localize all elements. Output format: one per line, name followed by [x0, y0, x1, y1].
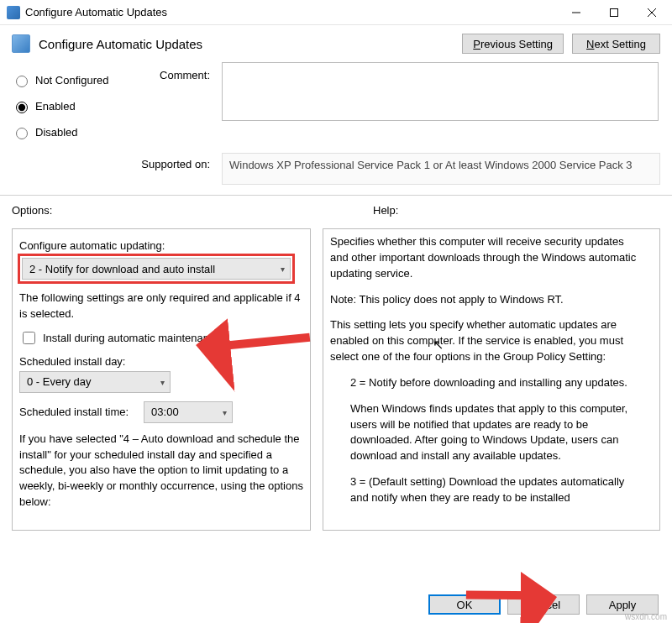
radio-not-configured[interactable]: Not Configured [12, 73, 129, 87]
help-pane: Specifies whether this computer will rec… [323, 228, 660, 531]
scheduled-time-select[interactable]: 03:00 ▾ [144, 401, 233, 423]
help-text: Specifies whether this computer will rec… [330, 234, 641, 282]
supported-on-text: Windows XP Professional Service Pack 1 o… [222, 153, 660, 185]
install-during-maintenance-checkbox[interactable] [23, 332, 35, 344]
comment-field[interactable] [222, 62, 659, 121]
divider [0, 195, 672, 196]
close-button[interactable] [633, 0, 670, 24]
scheduled-day-value: 0 - Every day [27, 375, 92, 388]
help-text: This setting lets you specify whether au… [330, 317, 641, 365]
options-note-2: If you have selected "4 – Auto download … [19, 432, 307, 510]
configure-updating-value: 2 - Notify for download and auto install [29, 263, 215, 275]
chevron-down-icon: ▾ [281, 264, 285, 274]
radio-enabled[interactable]: Enabled [12, 99, 129, 113]
previous-setting-button[interactable]: Previous Setting [462, 34, 564, 54]
next-setting-button[interactable]: Next Setting [572, 34, 660, 54]
chevron-down-icon: ▾ [160, 377, 165, 386]
help-text: 3 = (Default setting) Download the updat… [330, 474, 641, 506]
scheduled-day-label: Scheduled install day: [19, 355, 307, 368]
comment-label: Comment: [129, 59, 210, 81]
options-label: Options: [12, 204, 348, 217]
ok-button[interactable]: OK [428, 594, 501, 615]
minimize-button[interactable] [557, 0, 595, 24]
maximize-button[interactable] [595, 0, 633, 24]
options-note-1: The following settings are only required… [19, 291, 307, 322]
install-during-maintenance-label: Install during automatic maintenance [43, 332, 221, 344]
state-radio-group: Not Configured Enabled Disabled [12, 59, 129, 151]
page-title: Configure Automatic Updates [39, 37, 454, 51]
policy-icon [12, 34, 30, 53]
help-text: When Windows finds updates that apply to… [330, 401, 641, 464]
configure-updating-label: Configure automatic updating: [19, 239, 307, 252]
help-text: Note: This policy does not apply to Wind… [330, 292, 641, 308]
radio-disabled[interactable]: Disabled [12, 125, 129, 139]
titlebar: Configure Automatic Updates [0, 0, 672, 25]
window-icon [7, 6, 20, 19]
cancel-button[interactable]: Cancel [507, 594, 580, 615]
options-pane: Configure automatic updating: 2 - Notify… [12, 228, 311, 531]
scheduled-time-value: 03:00 [151, 406, 179, 418]
svg-rect-1 [610, 8, 617, 16]
configure-updating-select[interactable]: 2 - Notify for download and auto install… [22, 258, 291, 280]
scheduled-day-select[interactable]: 0 - Every day ▾ [19, 371, 171, 393]
header: Configure Automatic Updates Previous Set… [0, 25, 672, 54]
scheduled-time-label: Scheduled install time: [19, 406, 129, 418]
supported-on-label: Supported on: [12, 153, 222, 170]
help-text: 2 = Notify before downloading and instal… [330, 375, 641, 391]
watermark: wsxdn.com [625, 612, 667, 621]
chevron-down-icon: ▾ [223, 407, 227, 416]
dialog-buttons: OK Cancel Apply [428, 594, 659, 615]
help-label: Help: [348, 204, 398, 217]
window-title: Configure Automatic Updates [25, 6, 557, 18]
highlight-box: 2 - Notify for download and auto install… [18, 254, 295, 284]
